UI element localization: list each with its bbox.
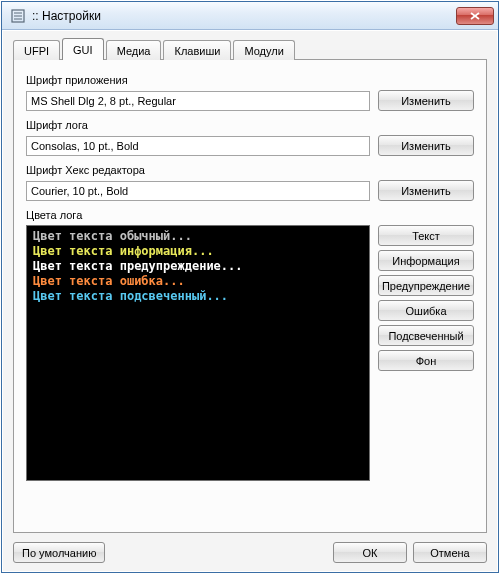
color-warn-button[interactable]: Предупреждение <box>378 275 474 296</box>
tab-label: Модули <box>244 45 283 57</box>
app-icon <box>10 8 26 24</box>
log-colors-label: Цвета лога <box>26 209 474 221</box>
defaults-button[interactable]: По умолчанию <box>13 542 105 563</box>
tab-label: Клавиши <box>174 45 220 57</box>
change-app-font-button[interactable]: Изменить <box>378 90 474 111</box>
app-font-label: Шрифт приложения <box>26 74 474 86</box>
preview-line-warn: Цвет текста предупреждение... <box>33 259 363 274</box>
cancel-button[interactable]: Отмена <box>413 542 487 563</box>
change-hex-font-button[interactable]: Изменить <box>378 180 474 201</box>
color-buttons-column: Текст Информация Предупреждение Ошибка П… <box>378 225 474 481</box>
preview-line-info: Цвет текста информация... <box>33 244 363 259</box>
hex-font-field[interactable]: Courier, 10 pt., Bold <box>26 181 370 201</box>
preview-line-error: Цвет текста ошибка... <box>33 274 363 289</box>
tabstrip: UFPI GUI Медиа Клавиши Модули <box>13 39 487 60</box>
preview-line-highlight: Цвет текста подсвеченный... <box>33 289 363 304</box>
tab-label: GUI <box>73 44 93 56</box>
window-title: :: Настройки <box>32 9 101 23</box>
ok-button[interactable]: ОК <box>333 542 407 563</box>
color-background-button[interactable]: Фон <box>378 350 474 371</box>
tab-ufpi[interactable]: UFPI <box>13 40 60 60</box>
close-button[interactable] <box>456 7 494 25</box>
client-area: UFPI GUI Медиа Клавиши Модули Шрифт прил… <box>3 31 497 571</box>
close-icon <box>470 12 480 20</box>
log-colors-preview: Цвет текста обычный... Цвет текста инфор… <box>26 225 370 481</box>
tab-panel-gui: Шрифт приложения MS Shell Dlg 2, 8 pt., … <box>13 59 487 533</box>
color-info-button[interactable]: Информация <box>378 250 474 271</box>
window-frame: :: Настройки UFPI GUI Медиа Клавиши Моду… <box>1 1 499 573</box>
titlebar[interactable]: :: Настройки <box>2 2 498 30</box>
tab-keys[interactable]: Клавиши <box>163 40 231 60</box>
color-error-button[interactable]: Ошибка <box>378 300 474 321</box>
preview-line-normal: Цвет текста обычный... <box>33 229 363 244</box>
footer-bar: По умолчанию ОК Отмена <box>13 542 487 563</box>
color-highlight-button[interactable]: Подсвеченный <box>378 325 474 346</box>
hex-font-label: Шрифт Хекс редактора <box>26 164 474 176</box>
tab-gui[interactable]: GUI <box>62 38 104 60</box>
log-font-field[interactable]: Consolas, 10 pt., Bold <box>26 136 370 156</box>
log-font-label: Шрифт лога <box>26 119 474 131</box>
app-font-field[interactable]: MS Shell Dlg 2, 8 pt., Regular <box>26 91 370 111</box>
tab-modules[interactable]: Модули <box>233 40 294 60</box>
tab-media[interactable]: Медиа <box>106 40 162 60</box>
color-text-button[interactable]: Текст <box>378 225 474 246</box>
tab-label: UFPI <box>24 45 49 57</box>
change-log-font-button[interactable]: Изменить <box>378 135 474 156</box>
tab-label: Медиа <box>117 45 151 57</box>
